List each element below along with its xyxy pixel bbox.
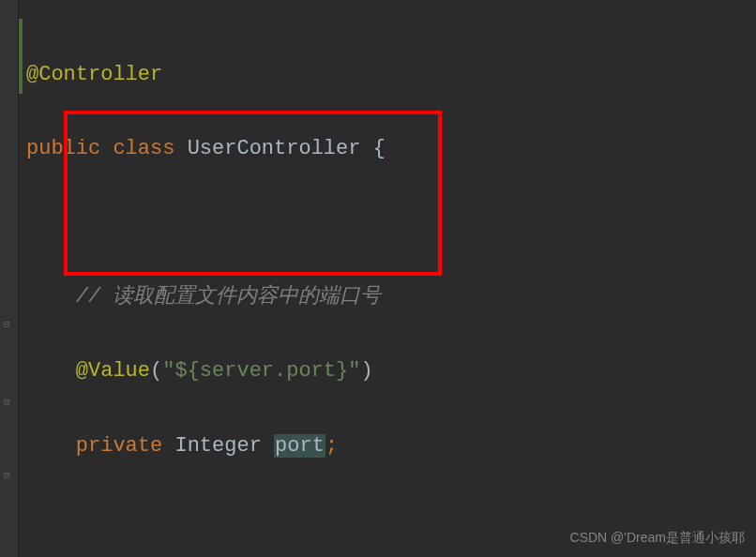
annotation-token: @Controller [26, 63, 162, 86]
semicolon-token: ; [325, 434, 338, 458]
comment-token: // 读取配置文件内容中的端口号 [76, 285, 382, 309]
code-line[interactable]: public class UserController { [26, 130, 756, 168]
code-line[interactable]: private Integer port; [26, 428, 756, 465]
keyword-token: public [26, 137, 100, 160]
class-name-token: UserController [188, 137, 361, 160]
fold-icon[interactable]: ⊟ [4, 394, 15, 405]
code-line[interactable]: @Value("${server.port}") [26, 353, 756, 390]
brace-token: { [360, 137, 385, 160]
paren-token: ) [360, 359, 372, 383]
code-line[interactable]: @Controller [26, 56, 756, 94]
keyword-token: private [76, 434, 162, 458]
vcs-change-marker [19, 19, 23, 94]
paren-token: ( [150, 359, 162, 383]
fold-icon[interactable]: ⊟ [4, 467, 15, 478]
type-token: Integer [174, 434, 261, 458]
code-editor[interactable]: @Controller public class UserController … [0, 0, 756, 557]
watermark-text: CSDN @'Dream是普通小孩耶 [570, 526, 745, 549]
code-line[interactable]: // 读取配置文件内容中的端口号 [26, 278, 756, 316]
variable-token: port [274, 434, 325, 458]
keyword-token: class [113, 137, 174, 160]
string-token: "${server.port}" [162, 359, 360, 383]
code-line[interactable] [26, 204, 756, 242]
editor-gutter: ⊟ ⊟ ⊟ [0, 0, 19, 557]
fold-icon[interactable]: ⊟ [4, 316, 15, 327]
annotation-token: @Value [76, 359, 150, 383]
